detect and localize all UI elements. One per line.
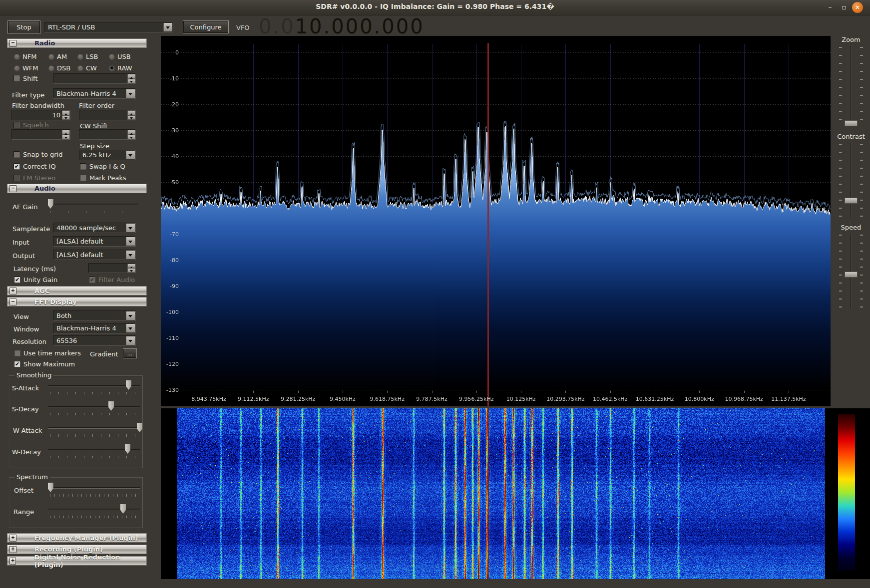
chevron-down-icon[interactable] [126,224,135,232]
slider-thumb[interactable] [48,483,53,492]
slider-thumb[interactable] [845,120,858,126]
shift-spinner[interactable] [127,74,135,83]
radio-mode-usb[interactable] [109,53,115,59]
radio-mode-nfm[interactable] [14,53,20,59]
shift-checkbox[interactable] [13,75,20,81]
slider-thumb[interactable] [108,401,114,411]
w-attack-slider[interactable] [48,423,140,438]
zoom-slider[interactable] [835,46,867,127]
slider-track[interactable] [48,509,140,510]
spectrum-display[interactable] [161,36,831,406]
expand-icon[interactable]: + [9,558,16,565]
collapse-icon[interactable]: − [9,298,16,305]
squelch-field[interactable] [11,129,70,140]
view-select[interactable]: Both [53,310,136,321]
collapse-icon[interactable]: − [9,40,16,47]
filter-order-spinner[interactable] [127,110,135,120]
resolution-select[interactable]: 65536 [53,335,136,346]
device-select[interactable]: RTL-SDR / USB [44,22,173,32]
window-value: Blackman-Harris 4 [56,324,116,332]
filter-type-select[interactable]: Blackman-Harris 4 [53,88,136,99]
slider-track[interactable] [48,487,140,488]
slider-track[interactable] [851,143,852,218]
mark-peaks-checkbox[interactable] [80,175,86,181]
shift-field[interactable] [53,73,136,84]
samplerate-value: 48000 sample/sec [56,224,116,232]
radio-mode-cw[interactable] [77,65,83,71]
maximize-button[interactable]: ▫ [840,3,849,12]
slider-thumb[interactable] [126,380,131,390]
radio-mode-raw[interactable] [109,65,115,71]
slider-thumb[interactable] [845,272,858,278]
audio-panel-header[interactable]: − Audio [7,184,147,193]
slider-ticks [860,47,863,126]
filter-bandwidth-spinner[interactable] [62,110,70,120]
s-attack-slider[interactable] [48,380,140,395]
radio-mode-wfm[interactable] [14,65,20,71]
stop-button[interactable]: Stop [8,21,40,33]
slider-thumb[interactable] [120,504,126,514]
slider-track[interactable] [48,427,140,428]
contrast-slider[interactable] [835,143,867,218]
collapse-icon[interactable]: − [9,185,16,192]
samplerate-select[interactable]: 48000 sample/sec [53,223,136,233]
minimize-button[interactable]: – [826,3,835,12]
fft-panel-header[interactable]: − FFT Display [7,297,147,306]
window-select[interactable]: Blackman-Harris 4 [53,323,136,333]
recording-plugin-header[interactable]: + Recording (Plugin) [7,545,147,554]
snap-to-grid-checkbox[interactable] [13,151,20,158]
configure-button[interactable]: Configure [183,21,228,33]
expand-icon[interactable]: + [9,546,16,553]
slider-ticks [50,456,140,458]
slider-thumb[interactable] [125,444,130,454]
gradient-button[interactable]: ... [123,349,136,358]
waterfall-display[interactable] [161,408,870,579]
filter-bandwidth-field[interactable]: 10 [11,110,70,120]
af-gain-slider[interactable] [48,199,138,214]
squelch-spinner[interactable] [62,130,70,139]
chevron-down-icon[interactable] [126,89,135,98]
frequency-manager-plugin-header[interactable]: + Frequency Manager (Plugin) [7,533,147,543]
noise-reduction-plugin-header[interactable]: + Digital Noise Reduction (Plugin) [7,556,147,566]
chevron-down-icon[interactable] [126,237,135,246]
radio-mode-lsb[interactable] [77,53,83,59]
show-maximum-checkbox[interactable]: ✔ [14,361,20,367]
chevron-down-icon[interactable] [126,324,135,332]
chevron-down-icon[interactable] [126,311,135,320]
chevron-down-icon[interactable] [126,151,135,159]
offset-slider[interactable] [48,483,140,498]
radio-panel-header[interactable]: − Radio [7,38,147,48]
slider-track[interactable] [48,406,140,407]
range-slider[interactable] [48,504,140,519]
chevron-down-icon[interactable] [126,251,135,259]
close-button[interactable]: ✕ [852,2,863,13]
radio-mode-dsb[interactable] [48,65,54,71]
slider-thumb[interactable] [48,199,53,209]
speed-slider[interactable] [835,234,867,308]
slider-thumb[interactable] [845,198,858,204]
w-decay-slider[interactable] [48,444,140,459]
cw-shift-spinner[interactable] [127,130,135,139]
unity-gain-label: Unity Gain [23,276,57,284]
expand-icon[interactable]: + [9,288,16,294]
agc-panel-header[interactable]: + AGC [7,286,147,295]
unity-gain-checkbox[interactable]: ✔ [14,277,20,283]
step-size-select[interactable]: 6.25 kHz [79,150,136,160]
correct-iq-checkbox[interactable]: ✔ [13,163,20,170]
input-select[interactable]: [ALSA] default [53,236,136,247]
latency-field[interactable] [88,263,136,273]
swap-iq-checkbox[interactable] [80,163,86,170]
s-decay-slider[interactable] [48,401,140,416]
output-select[interactable]: [ALSA] default [53,250,136,260]
chevron-down-icon[interactable] [126,336,135,345]
filter-order-field[interactable] [79,110,136,120]
frequency-display[interactable]: 0.010.000.000 [259,15,425,38]
chevron-down-icon[interactable] [163,23,172,31]
cw-shift-field[interactable] [79,129,136,140]
latency-spinner[interactable] [127,264,135,273]
use-time-markers-checkbox[interactable] [14,350,20,356]
slider-track[interactable] [48,204,138,205]
slider-track[interactable] [851,46,852,127]
expand-icon[interactable]: + [9,535,16,542]
radio-mode-am[interactable] [48,53,54,59]
